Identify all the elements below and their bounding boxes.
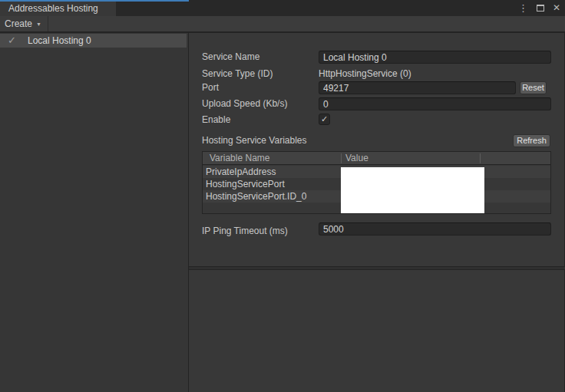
column-header-variable-name[interactable]: Variable Name: [210, 152, 269, 165]
hosting-service-variables-title: Hosting Service Variables: [202, 134, 307, 147]
create-button-label: Create: [5, 16, 32, 31]
lower-panel: [189, 269, 565, 392]
create-dropdown-button[interactable]: Create ▼: [0, 16, 48, 31]
tab-addressables-hosting[interactable]: Addressables Hosting: [0, 2, 116, 16]
list-item-label: Local Hosting 0: [28, 34, 91, 48]
enable-checkbox[interactable]: ✓: [319, 114, 330, 125]
column-header-value[interactable]: Value: [345, 152, 368, 165]
service-name-label: Service Name: [202, 51, 259, 64]
variables-table-header: Variable Name Value: [203, 152, 550, 165]
redacted-values-overlay: [341, 167, 484, 213]
ip-ping-timeout-label: IP Ping Timeout (ms): [202, 225, 288, 238]
service-name-input[interactable]: [319, 51, 551, 64]
port-input[interactable]: [319, 81, 516, 94]
service-type-value: HttpHostingService (0): [319, 68, 411, 81]
enable-label: Enable: [202, 114, 230, 127]
window-controls: ⋮ ✕: [518, 0, 560, 16]
upload-speed-input[interactable]: [319, 97, 551, 110]
close-icon[interactable]: ✕: [553, 0, 560, 16]
chevron-down-icon: ▼: [36, 16, 41, 32]
toolbar: Create ▼: [0, 16, 565, 32]
hosting-services-list: ✓ Local Hosting 0: [0, 32, 188, 392]
reset-button[interactable]: Reset: [520, 81, 547, 94]
maximize-icon[interactable]: [537, 5, 544, 12]
upload-speed-label: Upload Speed (Kb/s): [202, 97, 287, 110]
column-divider[interactable]: [480, 153, 481, 163]
service-type-label: Service Type (ID): [202, 68, 273, 81]
ip-ping-timeout-input[interactable]: [319, 222, 551, 236]
enabled-check-icon: ✓: [8, 34, 20, 48]
port-label: Port: [202, 81, 219, 94]
refresh-button[interactable]: Refresh: [513, 134, 550, 147]
addressables-hosting-window: Addressables Hosting ⋮ ✕ Create ▼ ✓ Loca…: [0, 0, 565, 392]
variables-table: Variable Name Value PrivateIpAddress Hos…: [202, 151, 551, 214]
column-divider[interactable]: [341, 153, 342, 163]
list-item-local-hosting-0[interactable]: ✓ Local Hosting 0: [0, 34, 187, 48]
kebab-menu-icon[interactable]: ⋮: [518, 0, 528, 16]
service-settings-panel: Service Name Service Type (ID) HttpHosti…: [189, 32, 565, 267]
tab-bar: Addressables Hosting ⋮ ✕: [0, 0, 565, 16]
